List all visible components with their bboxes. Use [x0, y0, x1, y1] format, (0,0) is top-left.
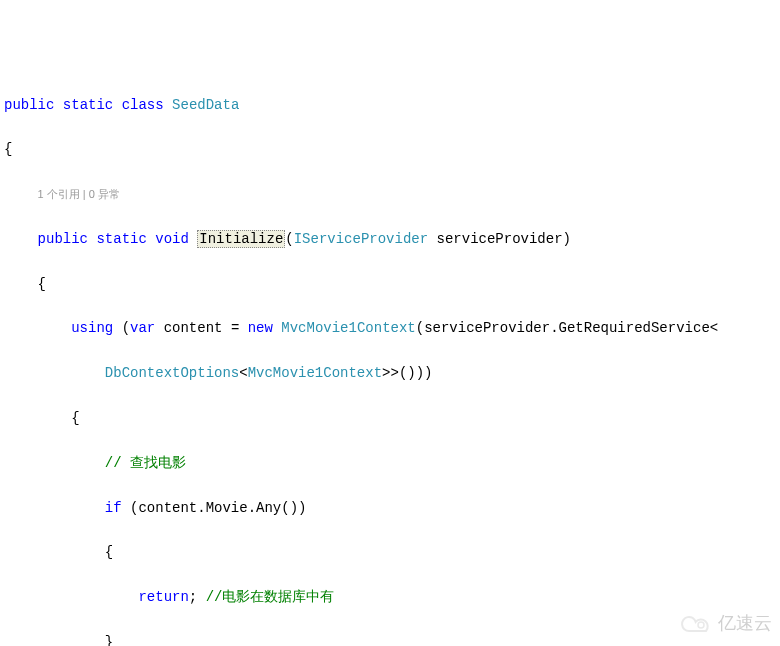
watermark: 亿速云 [680, 609, 772, 638]
method-initialize[interactable]: Initialize [197, 230, 285, 248]
comment: //电影在数据库中有 [206, 589, 335, 605]
code-line: if (content.Movie.Any()) [4, 497, 776, 519]
svg-point-0 [698, 622, 704, 628]
txt: (content.Movie.Any()) [122, 500, 307, 516]
paren: ( [113, 320, 130, 336]
paren: ( [285, 231, 293, 247]
comment: // 查找电影 [105, 455, 186, 471]
keyword-public: public [4, 97, 54, 113]
codelens-text[interactable]: 1 个引用 | 0 异常 [38, 188, 120, 200]
param-name: serviceProvider) [428, 231, 571, 247]
code-line: { [4, 138, 776, 160]
code-line: { [4, 273, 776, 295]
code-line: { [4, 541, 776, 563]
type-mvcmoviecontext: MvcMovie1Context [248, 365, 382, 381]
code-line: DbContextOptions<MvcMovie1Context>>())) [4, 362, 776, 384]
txt: (serviceProvider.GetRequiredService< [416, 320, 718, 336]
keyword-class: class [122, 97, 164, 113]
lt: < [239, 365, 247, 381]
watermark-text: 亿速云 [718, 609, 772, 638]
code-line: using (var content = new MvcMovie1Contex… [4, 317, 776, 339]
semi: ; [189, 589, 206, 605]
type-mvcmoviecontext: MvcMovie1Context [281, 320, 415, 336]
code-line: public static class SeedData [4, 94, 776, 116]
code-line: { [4, 407, 776, 429]
keyword-return: return [138, 589, 188, 605]
type-iserviceprovider: IServiceProvider [294, 231, 428, 247]
txt: >>())) [382, 365, 432, 381]
keyword-new: new [248, 320, 273, 336]
codelens[interactable]: 1 个引用 | 0 异常 [4, 183, 776, 205]
type-seeddata: SeedData [172, 97, 239, 113]
code-line: // 查找电影 [4, 452, 776, 474]
keyword-if: if [105, 500, 122, 516]
txt: content = [155, 320, 247, 336]
keyword-public: public [38, 231, 88, 247]
type-dbcontextoptions: DbContextOptions [105, 365, 239, 381]
keyword-using: using [71, 320, 113, 336]
code-line: return; //电影在数据库中有 [4, 586, 776, 608]
code-line: } [4, 631, 776, 646]
keyword-static: static [63, 97, 113, 113]
keyword-static: static [96, 231, 146, 247]
code-line: public static void Initialize(IServicePr… [4, 228, 776, 250]
keyword-var: var [130, 320, 155, 336]
cloud-icon [680, 613, 714, 635]
keyword-void: void [155, 231, 189, 247]
